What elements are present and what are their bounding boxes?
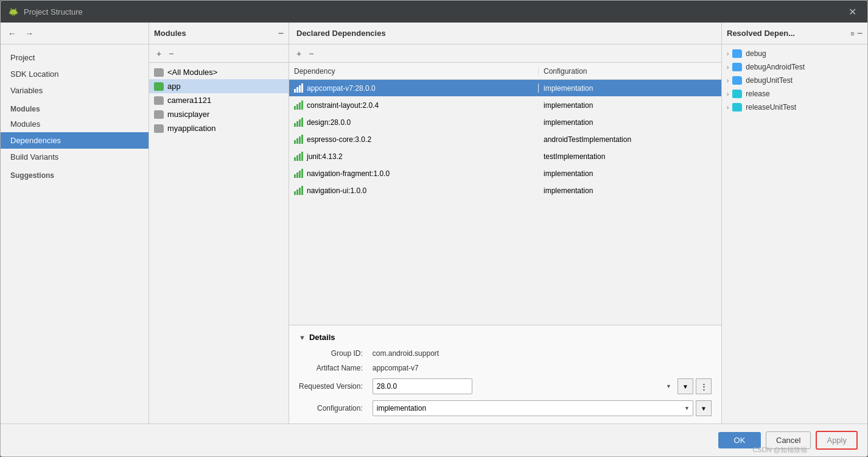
sidebar-item-sdk-location[interactable]: SDK Location: [1, 66, 149, 82]
deps-table-header: Dependency Configuration: [289, 63, 721, 80]
details-section: ▼ Details Group ID: com.android.support …: [289, 325, 721, 423]
svg-rect-5: [14, 15, 15, 16]
sidebar-item-build-variants[interactable]: Build Variants: [1, 149, 149, 165]
dep-row-6[interactable]: navigation-ui:1.0.0 implementation: [289, 182, 721, 199]
folder-icon-debugandroidtest: [732, 63, 742, 71]
nav-toolbar: ← →: [1, 23, 149, 44]
close-button[interactable]: ✕: [845, 5, 860, 19]
resolved-header: Resolved Depen... ≡ −: [722, 23, 867, 44]
forward-button[interactable]: →: [23, 27, 36, 40]
chevron-release: ›: [727, 91, 729, 97]
dep-row-1[interactable]: constraint-layout:2.0.4 implementation: [289, 97, 721, 114]
details-title: Details: [309, 333, 335, 342]
resolved-item-debug[interactable]: › debug: [722, 47, 867, 60]
module-label-all: <All Modules>: [167, 68, 217, 77]
svg-rect-3: [16, 12, 18, 14]
watermark: CSDN @知福致福: [753, 445, 807, 455]
module-label-myapplication: myapplication: [167, 124, 216, 133]
resolved-title: Resolved Depen...: [727, 29, 795, 38]
dep-config-5: implementation: [539, 169, 721, 178]
module-item-camera1121[interactable]: camera1121: [149, 93, 289, 107]
dep-bar-icon-5: [294, 169, 303, 178]
folder-icon-release: [732, 90, 742, 98]
dep-row-0[interactable]: appcompat-v7:28.0.0 implementation: [289, 80, 721, 97]
modules-remove-button[interactable]: −: [166, 48, 176, 59]
modules-minus-icon: −: [278, 29, 284, 38]
resolved-item-debugandroidtest[interactable]: › debugAndroidTest: [722, 60, 867, 74]
dep-name-0: appcompat-v7:28.0.0: [289, 83, 539, 93]
version-label: Requested Version:: [299, 382, 363, 391]
version-input[interactable]: [373, 378, 472, 394]
dep-config-6: implementation: [539, 186, 721, 195]
sidebar-nav: Project SDK Location Variables Modules M…: [1, 44, 149, 187]
dep-bar-icon-6: [294, 186, 303, 195]
dep-row-4[interactable]: junit:4.13.2 testImplementation: [289, 148, 721, 165]
sidebar-item-modules[interactable]: Modules: [1, 116, 149, 132]
chevron-debugandroidtest: ›: [727, 64, 729, 71]
chevron-releaseunittest: ›: [727, 104, 729, 111]
config-dropdown-button[interactable]: ▼: [696, 400, 712, 416]
dep-name-6: navigation-ui:1.0.0: [289, 186, 539, 195]
folder-icon-camera1121: [154, 96, 164, 105]
details-collapse-icon[interactable]: ▼: [299, 334, 306, 341]
resolved-label-debugunittest: debugUnitTest: [746, 76, 793, 85]
config-select[interactable]: implementation api compileOnly runtimeOn…: [373, 400, 693, 416]
sort-icon[interactable]: ≡: [850, 30, 854, 37]
group-id-value: com.android.support: [373, 349, 712, 358]
module-label-app: app: [167, 82, 181, 91]
resolved-minus-icon: −: [857, 29, 863, 38]
version-dropdown-button[interactable]: ▼: [677, 378, 693, 394]
deps-table-body: appcompat-v7:28.0.0 implementation const…: [289, 80, 721, 325]
module-item-myapplication[interactable]: myapplication: [149, 121, 289, 135]
resolved-item-release[interactable]: › release: [722, 87, 867, 101]
version-select-wrapper: [373, 378, 675, 394]
dep-config-2: implementation: [539, 118, 721, 127]
module-item-musicplayer[interactable]: musicplayer: [149, 107, 289, 121]
title-bar-left: Project Structure: [8, 6, 83, 17]
dep-config-1: implementation: [539, 101, 721, 110]
sidebar-item-project[interactable]: Project: [1, 49, 149, 66]
resolved-item-debugunittest[interactable]: › debugUnitTest: [722, 74, 867, 87]
sidebar-item-dependencies[interactable]: Dependencies: [1, 132, 149, 149]
group-id-label: Group ID:: [299, 349, 363, 358]
deps-remove-button[interactable]: −: [306, 48, 316, 59]
deps-add-button[interactable]: +: [294, 48, 304, 59]
center-panel: Declared Dependencies + − Dependency Con…: [289, 23, 721, 423]
dep-bar-icon-0: [294, 83, 303, 93]
sidebar-section-suggestions: Suggestions: [1, 165, 149, 182]
config-input-wrapper: implementation api compileOnly runtimeOn…: [373, 400, 712, 416]
module-item-all[interactable]: <All Modules>: [149, 65, 289, 79]
modules-toolbar: + −: [149, 44, 289, 63]
artifact-value: appcompat-v7: [373, 364, 712, 372]
modules-add-button[interactable]: +: [154, 48, 164, 59]
modules-panel: Modules − + − <All Modules> app camera11: [149, 23, 289, 423]
resolved-item-releaseunittest[interactable]: › releaseUnitTest: [722, 101, 867, 114]
right-panel: Resolved Depen... ≡ − › debug › debugAnd…: [721, 23, 867, 423]
dep-name-4: junit:4.13.2: [289, 152, 539, 161]
config-label: Configuration:: [299, 404, 363, 413]
sidebar-item-variables[interactable]: Variables: [1, 82, 149, 99]
folder-icon-debugunittest: [732, 76, 742, 85]
module-label-camera1121: camera1121: [167, 96, 211, 105]
deps-toolbar: + −: [289, 44, 721, 63]
dep-row-3[interactable]: espresso-core:3.0.2 androidTestImplement…: [289, 131, 721, 148]
dep-row-5[interactable]: navigation-fragment:1.0.0 implementation: [289, 165, 721, 182]
apply-button[interactable]: Apply: [816, 431, 858, 450]
deps-col-configuration: Configuration: [539, 67, 721, 76]
deps-header: Declared Dependencies: [289, 23, 721, 44]
deps-col-dependency: Dependency: [289, 67, 539, 76]
dep-config-3: androidTestImplementation: [539, 135, 721, 144]
project-structure-dialog: Project Structure ✕ ← → Project SDK Loca…: [0, 0, 868, 457]
dep-row-2[interactable]: design:28.0.0 implementation: [289, 114, 721, 131]
module-item-app[interactable]: app: [149, 79, 289, 93]
version-edit-button[interactable]: ⋮: [696, 378, 712, 394]
folder-icon-myapplication: [154, 124, 164, 133]
back-button[interactable]: ←: [5, 27, 19, 40]
config-select-wrapper: implementation api compileOnly runtimeOn…: [373, 400, 693, 416]
dep-bar-icon-3: [294, 135, 303, 144]
folder-icon-musicplayer: [154, 110, 164, 119]
android-icon: [8, 6, 19, 17]
folder-icon-app: [154, 82, 164, 91]
sidebar: ← → Project SDK Location Variables Modul…: [1, 23, 149, 423]
modules-panel-title: Modules: [154, 29, 186, 38]
